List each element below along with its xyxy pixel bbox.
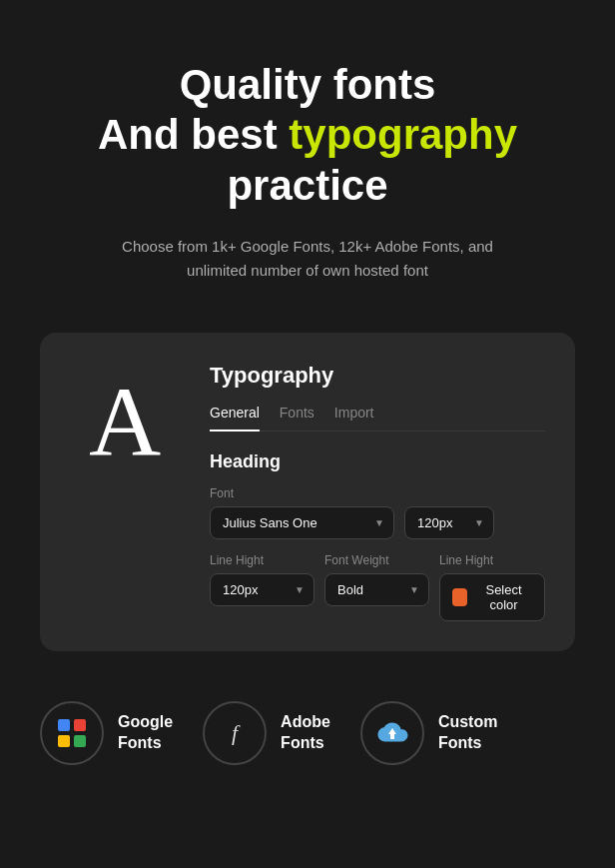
custom-fonts-label-line2: Fonts [438,734,482,751]
hero-title: Quality fonts And best typography practi… [40,60,575,211]
line-height-select-wrapper: 120px ▼ [210,573,314,606]
color-label: Select color [475,582,532,612]
google-fonts-label-line1: Google [118,713,173,730]
adobe-fonts-provider: f Adobe Fonts [203,701,330,765]
custom-fonts-icon-circle [360,701,424,765]
typography-card: A Typography General Fonts Import Headin… [40,333,575,651]
hero-title-line2-prefix: And best [98,111,289,158]
card-title: Typography [210,363,545,389]
card-content: Typography General Fonts Import Heading … [210,363,545,621]
svg-rect-2 [58,735,70,747]
letter-display: A [70,363,180,482]
hero-title-line1: Quality fonts [180,61,436,108]
size-select[interactable]: 120px [404,506,494,539]
fields-row2: Line Hight 120px ▼ Font Weight Bold [210,553,545,621]
color-swatch [452,588,467,606]
size-select-wrapper: 120px ▼ [404,506,494,539]
custom-fonts-label: Custom Fonts [438,712,498,754]
adobe-icon: f [232,720,238,746]
google-fonts-icon-circle [40,701,104,765]
google-fonts-label: Google Fonts [118,712,173,754]
line-height-field-group: Line Hight 120px ▼ [210,553,314,606]
font-weight-field-group: Font Weight Bold ▼ [324,553,429,606]
line-height-select[interactable]: 120px [210,573,314,606]
svg-rect-0 [58,719,70,731]
adobe-fonts-label-line1: Adobe [281,713,330,730]
adobe-fonts-label-line2: Fonts [281,734,324,751]
google-fonts-label-line2: Fonts [118,734,162,751]
line-height-label: Line Hight [210,553,314,567]
font-size-row: Font Julius Sans One ▼ 120px ▼ [210,486,545,539]
font-weight-select-wrapper: Bold ▼ [324,573,429,606]
font-label: Font [210,486,394,500]
svg-rect-3 [74,735,86,747]
custom-fonts-provider: Custom Fonts [360,701,498,765]
tab-import[interactable]: Import [334,405,374,431]
google-icon [54,715,90,751]
hero-title-highlight: typography [289,111,517,158]
adobe-fonts-icon-circle: f [203,701,267,765]
tabs-container: General Fonts Import [210,405,545,432]
color-field-group: Line Hight Select color [439,553,545,621]
color-field-label: Line Hight [439,553,545,567]
font-providers-section: Google Fonts f Adobe Fonts Custom Fonts [0,681,615,805]
font-weight-label: Font Weight [324,553,429,567]
letter-a: A [89,373,161,472]
hero-title-line3: practice [227,162,387,209]
card-section: A Typography General Fonts Import Headin… [0,323,615,681]
cloud-upload-icon [374,715,410,751]
size-field-group: 120px ▼ [404,486,494,539]
font-select-wrapper: Julius Sans One ▼ [210,506,394,539]
tab-general[interactable]: General [210,405,260,431]
section-heading: Heading [210,451,545,472]
custom-fonts-label-line1: Custom [438,713,498,730]
tab-fonts[interactable]: Fonts [280,405,314,431]
google-fonts-provider: Google Fonts [40,701,173,765]
adobe-fonts-label: Adobe Fonts [281,712,330,754]
font-select[interactable]: Julius Sans One [210,506,394,539]
font-field-group: Font Julius Sans One ▼ [210,486,394,539]
svg-rect-1 [74,719,86,731]
hero-subtitle: Choose from 1k+ Google Fonts, 12k+ Adobe… [98,235,517,283]
hero-section: Quality fonts And best typography practi… [0,0,615,323]
size-label [404,486,494,500]
color-select-button[interactable]: Select color [439,573,545,621]
font-weight-select[interactable]: Bold [324,573,429,606]
